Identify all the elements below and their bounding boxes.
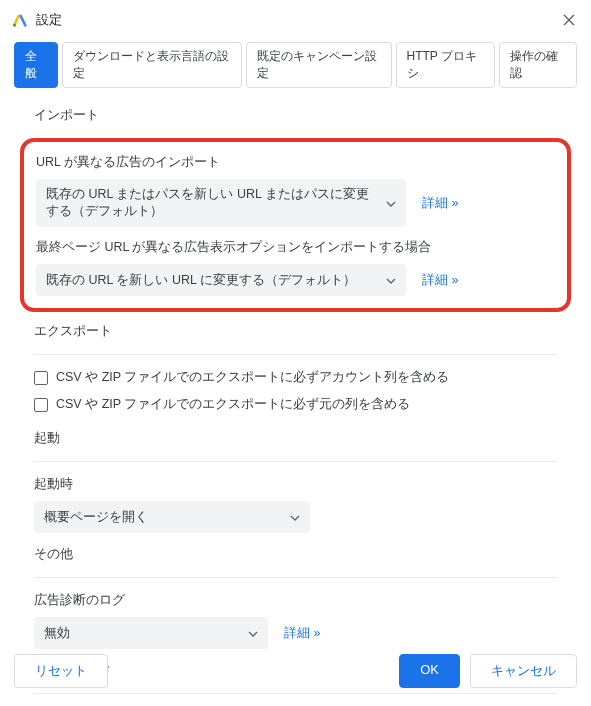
cancel-button[interactable]: キャンセル bbox=[470, 654, 577, 688]
export-cb1-label: CSV や ZIP ファイルでのエクスポートに必ずアカウント列を含める bbox=[56, 369, 449, 386]
highlighted-import-box: URL が異なる広告のインポート 既存の URL またはパスを新しい URL ま… bbox=[20, 138, 571, 312]
chevron-down-icon bbox=[386, 273, 396, 287]
section-title-import: インポート bbox=[34, 106, 557, 124]
other-value: 無効 bbox=[44, 625, 70, 642]
export-cb1-checkbox[interactable] bbox=[34, 371, 48, 385]
tab-http-proxy[interactable]: HTTP プロキシ bbox=[396, 42, 495, 88]
section-title-export: エクスポート bbox=[34, 322, 557, 340]
titlebar: 設定 bbox=[0, 0, 591, 36]
import-field1-value: 既存の URL またはパスを新しい URL またはパスに変更する（デフォルト） bbox=[46, 186, 376, 220]
import-field2-select[interactable]: 既存の URL を新しい URL に変更する（デフォルト） bbox=[36, 264, 406, 296]
tab-campaign[interactable]: 既定のキャンペーン設定 bbox=[246, 42, 392, 88]
import-field1-select[interactable]: 既存の URL またはパスを新しい URL またはパスに変更する（デフォルト） bbox=[36, 179, 406, 227]
svg-point-0 bbox=[13, 24, 16, 27]
import-field2-value: 既存の URL を新しい URL に変更する（デフォルト） bbox=[46, 272, 356, 289]
export-cb2-checkbox[interactable] bbox=[34, 398, 48, 412]
chevron-down-icon bbox=[386, 196, 396, 210]
startup-label: 起動時 bbox=[34, 476, 557, 493]
tabs: 全般 ダウンロードと表示言語の設定 既定のキャンペーン設定 HTTP プロキシ … bbox=[0, 36, 591, 88]
chevron-down-icon bbox=[290, 510, 300, 524]
ok-button[interactable]: OK bbox=[399, 654, 460, 688]
app-logo-icon bbox=[12, 12, 28, 28]
footer: リセット OK キャンセル bbox=[0, 642, 591, 706]
tab-download-lang[interactable]: ダウンロードと表示言語の設定 bbox=[62, 42, 241, 88]
window-title: 設定 bbox=[36, 11, 62, 29]
divider bbox=[34, 577, 557, 578]
export-cb2-label: CSV や ZIP ファイルでのエクスポートに必ず元の列を含める bbox=[56, 396, 410, 413]
divider bbox=[34, 461, 557, 462]
startup-select[interactable]: 概要ページを開く bbox=[34, 501, 310, 533]
other-details-link[interactable]: 詳細 » bbox=[284, 625, 320, 642]
tab-general[interactable]: 全般 bbox=[14, 42, 58, 88]
reset-button[interactable]: リセット bbox=[14, 654, 108, 688]
section-title-other: その他 bbox=[34, 545, 557, 563]
divider bbox=[34, 354, 557, 355]
import-field2-details-link[interactable]: 詳細 » bbox=[422, 272, 458, 289]
other-label: 広告診断のログ bbox=[34, 592, 557, 609]
startup-value: 概要ページを開く bbox=[44, 509, 148, 526]
close-icon[interactable] bbox=[559, 10, 579, 30]
import-field1-details-link[interactable]: 詳細 » bbox=[422, 195, 458, 212]
section-title-startup: 起動 bbox=[34, 429, 557, 447]
chevron-down-icon bbox=[248, 626, 258, 640]
import-field1-label: URL が異なる広告のインポート bbox=[36, 154, 555, 171]
tab-confirm-ops[interactable]: 操作の確認 bbox=[499, 42, 577, 88]
content-area: インポート URL が異なる広告のインポート 既存の URL またはパスを新しい… bbox=[0, 88, 591, 706]
import-field2-label: 最終ページ URL が異なる広告表示オプションをインポートする場合 bbox=[36, 239, 555, 256]
